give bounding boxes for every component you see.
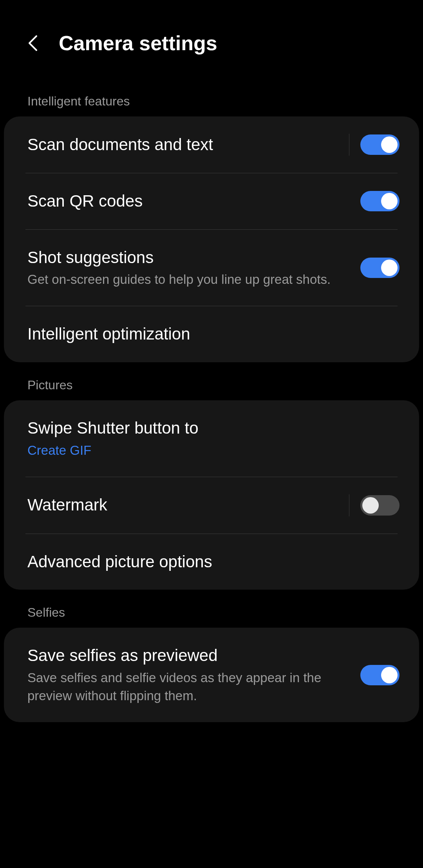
row-content: Scan documents and text bbox=[27, 134, 349, 156]
row-content: Swipe Shutter button to Create GIF bbox=[27, 418, 400, 459]
row-title: Advanced picture options bbox=[27, 551, 400, 573]
toggle-scan-qr[interactable] bbox=[360, 191, 400, 211]
row-scan-qr[interactable]: Scan QR codes bbox=[4, 173, 419, 229]
page-title: Camera settings bbox=[59, 31, 217, 55]
row-watermark[interactable]: Watermark bbox=[4, 477, 419, 534]
row-content: Watermark bbox=[27, 494, 349, 516]
section-header-pictures: Pictures bbox=[0, 362, 423, 400]
header: Camera settings bbox=[0, 0, 423, 78]
row-title: Save selfies as previewed bbox=[27, 645, 360, 666]
row-scan-documents[interactable]: Scan documents and text bbox=[4, 116, 419, 173]
toggle-divider bbox=[349, 134, 349, 156]
row-shot-suggestions[interactable]: Shot suggestions Get on-screen guides to… bbox=[4, 230, 419, 306]
row-value: Create GIF bbox=[27, 441, 400, 459]
row-subtitle: Save selfies and selfie videos as they a… bbox=[27, 669, 360, 705]
toggle-area bbox=[349, 134, 400, 156]
card-intelligent: Scan documents and text Scan QR codes Sh… bbox=[4, 116, 419, 362]
row-title: Intelligent optimization bbox=[27, 323, 400, 345]
row-subtitle: Get on-screen guides to help you line up… bbox=[27, 271, 360, 289]
toggle-shot-suggestions[interactable] bbox=[360, 258, 400, 278]
toggle-save-previewed[interactable] bbox=[360, 665, 400, 685]
row-intelligent-optimization[interactable]: Intelligent optimization bbox=[4, 306, 419, 362]
section-header-intelligent: Intelligent features bbox=[0, 78, 423, 116]
row-title: Scan documents and text bbox=[27, 134, 349, 156]
row-advanced-picture[interactable]: Advanced picture options bbox=[4, 534, 419, 590]
row-content: Shot suggestions Get on-screen guides to… bbox=[27, 247, 360, 289]
back-button[interactable] bbox=[24, 33, 43, 53]
row-title: Watermark bbox=[27, 494, 349, 516]
card-selfies: Save selfies as previewed Save selfies a… bbox=[4, 628, 419, 722]
row-content: Scan QR codes bbox=[27, 191, 360, 212]
row-content: Intelligent optimization bbox=[27, 323, 400, 345]
toggle-area bbox=[349, 494, 400, 516]
toggle-area bbox=[360, 191, 400, 211]
toggle-watermark[interactable] bbox=[360, 495, 400, 516]
toggle-area bbox=[360, 258, 400, 278]
card-pictures: Swipe Shutter button to Create GIF Water… bbox=[4, 400, 419, 590]
section-header-selfies: Selfies bbox=[0, 590, 423, 628]
row-save-previewed[interactable]: Save selfies as previewed Save selfies a… bbox=[4, 628, 419, 722]
toggle-divider bbox=[349, 494, 349, 516]
row-content: Advanced picture options bbox=[27, 551, 400, 573]
chevron-left-icon bbox=[27, 35, 40, 52]
row-swipe-shutter[interactable]: Swipe Shutter button to Create GIF bbox=[4, 400, 419, 477]
row-title: Swipe Shutter button to bbox=[27, 418, 400, 439]
row-title: Shot suggestions bbox=[27, 247, 360, 269]
row-content: Save selfies as previewed Save selfies a… bbox=[27, 645, 360, 705]
toggle-area bbox=[360, 665, 400, 685]
toggle-scan-documents[interactable] bbox=[360, 134, 400, 155]
row-title: Scan QR codes bbox=[27, 191, 360, 212]
